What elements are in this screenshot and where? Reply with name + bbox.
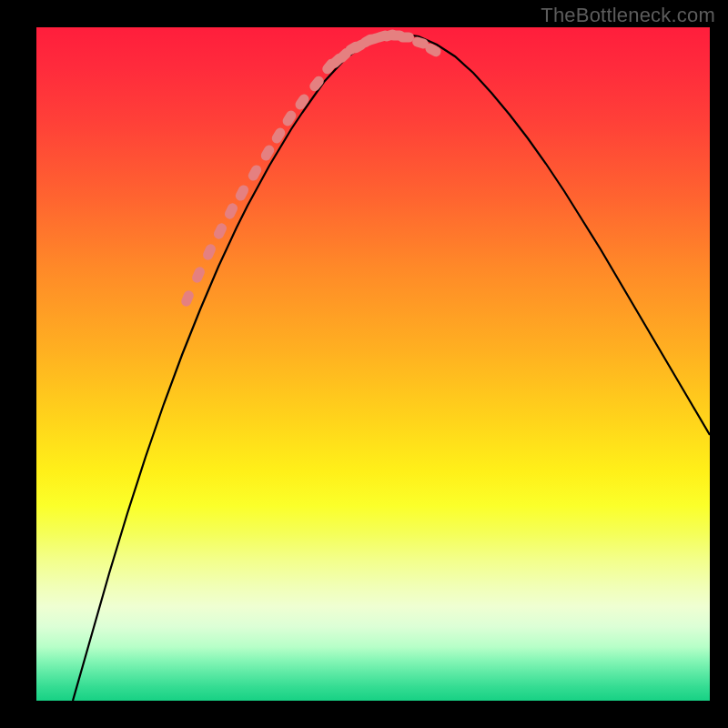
svg-rect-9 (281, 108, 298, 127)
svg-rect-5 (234, 183, 250, 202)
svg-rect-0 (179, 289, 195, 308)
bottleneck-curve (73, 34, 710, 701)
curve-marker (398, 33, 414, 43)
plot-area (36, 27, 710, 701)
curve-marker (234, 183, 250, 202)
curve-marker (179, 289, 195, 308)
svg-rect-22 (398, 33, 414, 43)
svg-rect-11 (308, 75, 326, 94)
svg-rect-4 (223, 202, 239, 221)
curve-marker (308, 75, 326, 94)
curve-marker (281, 108, 298, 127)
curve-marker (190, 266, 206, 285)
chart-frame: TheBottleneck.com (0, 0, 728, 728)
svg-rect-2 (201, 243, 217, 262)
svg-rect-10 (293, 92, 310, 111)
chart-svg (36, 27, 710, 701)
svg-rect-1 (190, 266, 206, 285)
svg-rect-3 (212, 222, 228, 241)
curve-marker (293, 92, 310, 111)
curve-marker (223, 202, 239, 221)
curve-marker (212, 222, 228, 241)
watermark-text: TheBottleneck.com (541, 4, 715, 27)
curve-marker (201, 243, 217, 262)
